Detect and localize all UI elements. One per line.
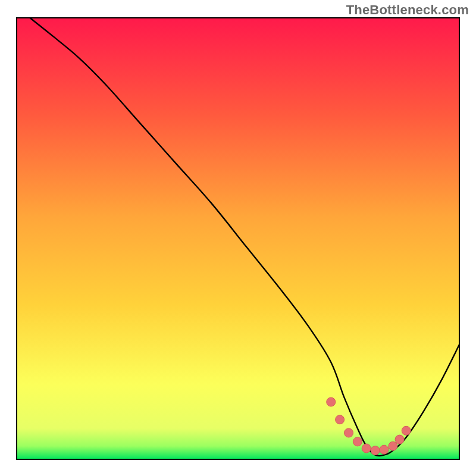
optimal-marker <box>389 441 397 450</box>
optimal-marker <box>362 444 371 453</box>
plot-background <box>17 18 459 459</box>
optimal-marker <box>371 446 380 455</box>
optimal-marker <box>345 428 353 437</box>
chart-stage: TheBottleneck.com <box>0 0 476 476</box>
optimal-marker <box>336 415 345 424</box>
bottleneck-chart <box>0 0 476 476</box>
watermark-text: TheBottleneck.com <box>346 2 469 18</box>
optimal-marker <box>402 426 411 435</box>
optimal-marker <box>353 437 362 446</box>
optimal-marker <box>380 445 389 454</box>
optimal-marker <box>395 435 404 444</box>
optimal-marker <box>327 397 336 406</box>
